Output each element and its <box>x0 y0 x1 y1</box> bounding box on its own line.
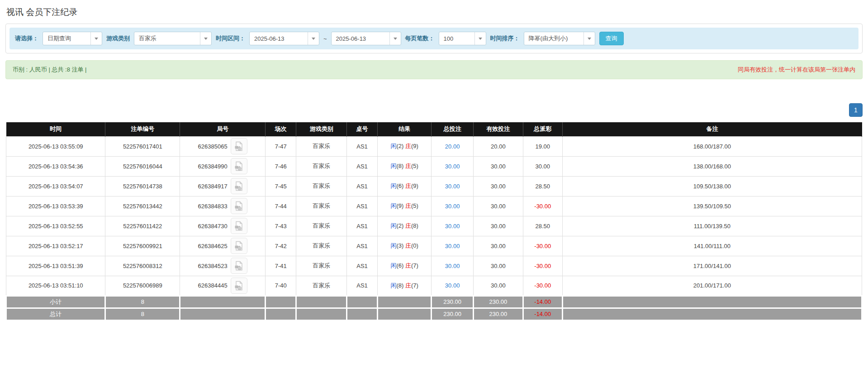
cell-round-id: 626385065 <box>180 136 266 156</box>
footer-empty-cell <box>266 296 296 308</box>
result-player-score: (6) <box>396 262 405 269</box>
chevron-down-icon <box>90 32 102 45</box>
cell-time: 2025-06-13 03:53:39 <box>6 196 105 216</box>
result-banker-score: (0) <box>411 242 418 249</box>
video-replay-button[interactable] <box>231 178 247 194</box>
total-bet-link[interactable]: 30.00 <box>445 263 460 269</box>
total-bet-link[interactable]: 30.00 <box>445 243 460 249</box>
table-row: 2025-06-13 03:51:39522576008312626384523… <box>6 256 862 276</box>
footer-count: 8 <box>105 296 180 308</box>
cell-total-bet: 30.00 <box>432 216 474 236</box>
table-header: 时间注单编号局号场次游戏类别桌号结果总投注有效投注总派彩备注 <box>6 122 862 136</box>
footer-empty-cell <box>266 308 296 320</box>
cell-table-no: AS1 <box>346 256 377 276</box>
cell-time: 2025-06-13 03:52:55 <box>6 216 105 236</box>
video-replay-button[interactable] <box>231 238 247 254</box>
cell-payout: -30.00 <box>523 276 562 296</box>
cell-result: 闲(2) 庄(9) <box>378 136 432 156</box>
table-row: 2025-06-13 03:52:17522576009921626384625… <box>6 236 862 256</box>
cell-table-no: AS1 <box>346 236 377 256</box>
column-header-0: 时间 <box>6 122 105 136</box>
time-range-label: 时间区间： <box>216 34 245 43</box>
cell-payout: 28.50 <box>523 176 562 196</box>
total-bet-link[interactable]: 30.00 <box>445 163 460 170</box>
cell-session: 7-43 <box>266 216 296 236</box>
cell-remark: 111.00/139.50 <box>562 216 862 236</box>
page-size-label: 每页笔数： <box>405 34 435 43</box>
cell-valid-bet: 20.00 <box>473 136 523 156</box>
query-type-select[interactable]: 日期查询 <box>43 32 102 45</box>
result-player-score: (8) <box>396 282 405 289</box>
video-replay-button[interactable] <box>231 158 247 174</box>
cell-result: 闲(6) 庄(7) <box>378 256 432 276</box>
video-file-icon <box>234 221 243 231</box>
pagination-page-1-button[interactable]: 1 <box>849 103 863 117</box>
cell-total-bet: 30.00 <box>432 256 474 276</box>
filter-panel: 请选择： 日期查询 游戏类别 百家乐 时间区间： 2025-06-13 ~ 20… <box>5 24 863 53</box>
total-bet-link[interactable]: 20.00 <box>445 143 460 150</box>
table-row: 2025-06-13 03:55:09522576017401626385065… <box>6 136 862 156</box>
grandtotal-row: 总计8230.00230.00-14.00 <box>6 308 862 320</box>
cell-total-bet: 30.00 <box>432 276 474 296</box>
cell-game-type: 百家乐 <box>296 136 347 156</box>
cell-result: 闲(3) 庄(0) <box>378 236 432 256</box>
video-replay-button[interactable] <box>231 258 247 274</box>
cell-bet-id: 522576011422 <box>105 216 180 236</box>
cell-payout: -30.00 <box>523 236 562 256</box>
sort-order-select[interactable]: 降幂(由大到小) <box>524 32 595 45</box>
cell-valid-bet: 30.00 <box>473 256 523 276</box>
cell-session: 7-41 <box>266 256 296 276</box>
video-replay-button[interactable] <box>231 198 247 214</box>
round-id-text: 626384625 <box>198 243 228 249</box>
round-id-text: 626384445 <box>198 282 228 289</box>
cell-game-type: 百家乐 <box>296 276 347 296</box>
round-cell: 626384730 <box>180 218 265 234</box>
total-bet-link[interactable]: 30.00 <box>445 282 460 289</box>
table-row: 2025-06-13 03:54:07522576014738626384917… <box>6 176 862 196</box>
date-to-select[interactable]: 2025-06-13 <box>331 32 401 45</box>
cell-game-type: 百家乐 <box>296 176 347 196</box>
video-file-icon <box>234 141 243 151</box>
game-type-select[interactable]: 百家乐 <box>134 32 212 45</box>
date-from-select[interactable]: 2025-06-13 <box>249 32 319 45</box>
video-file-icon <box>234 261 243 271</box>
footer-empty-cell <box>378 308 432 320</box>
cell-bet-id: 522576013442 <box>105 196 180 216</box>
footer-total-bet: 230.00 <box>432 296 474 308</box>
round-cell: 626384625 <box>180 238 265 254</box>
cell-valid-bet: 30.00 <box>473 276 523 296</box>
cell-game-type: 百家乐 <box>296 216 347 236</box>
cell-session: 7-46 <box>266 156 296 176</box>
video-replay-button[interactable] <box>231 218 247 234</box>
cell-result: 闲(8) 庄(7) <box>378 276 432 296</box>
result-banker-label: 庄 <box>405 222 411 229</box>
video-file-icon <box>234 281 243 291</box>
cell-time: 2025-06-13 03:54:36 <box>6 156 105 176</box>
video-replay-button[interactable] <box>231 278 247 294</box>
sort-order-value: 降幂(由大到小) <box>524 34 583 43</box>
footer-empty-cell <box>378 296 432 308</box>
cell-result: 闲(2) 庄(8) <box>378 216 432 236</box>
cell-round-id: 626384917 <box>180 176 266 196</box>
cell-table-no: AS1 <box>346 176 377 196</box>
cell-total-bet: 30.00 <box>432 196 474 216</box>
footer-count: 8 <box>105 308 180 320</box>
page-size-select[interactable]: 100 <box>439 32 486 45</box>
round-cell: 626384990 <box>180 158 265 174</box>
result-banker-label: 庄 <box>405 163 411 169</box>
cell-remark: 141.00/111.00 <box>562 236 862 256</box>
result-player-label: 闲 <box>390 282 396 289</box>
result-player-score: (8) <box>396 163 405 169</box>
footer-empty-cell <box>296 296 347 308</box>
date-from-value: 2025-06-13 <box>250 35 308 42</box>
search-button[interactable]: 查询 <box>599 32 624 45</box>
total-bet-link[interactable]: 30.00 <box>445 223 460 230</box>
total-bet-link[interactable]: 30.00 <box>445 203 460 210</box>
cell-remark: 201.00/171.00 <box>562 276 862 296</box>
cell-table-no: AS1 <box>346 196 377 216</box>
chevron-down-icon <box>308 32 319 45</box>
video-replay-button[interactable] <box>231 138 247 154</box>
cell-valid-bet: 30.00 <box>473 156 523 176</box>
total-bet-link[interactable]: 30.00 <box>445 183 460 190</box>
round-cell: 626384445 <box>180 278 265 294</box>
